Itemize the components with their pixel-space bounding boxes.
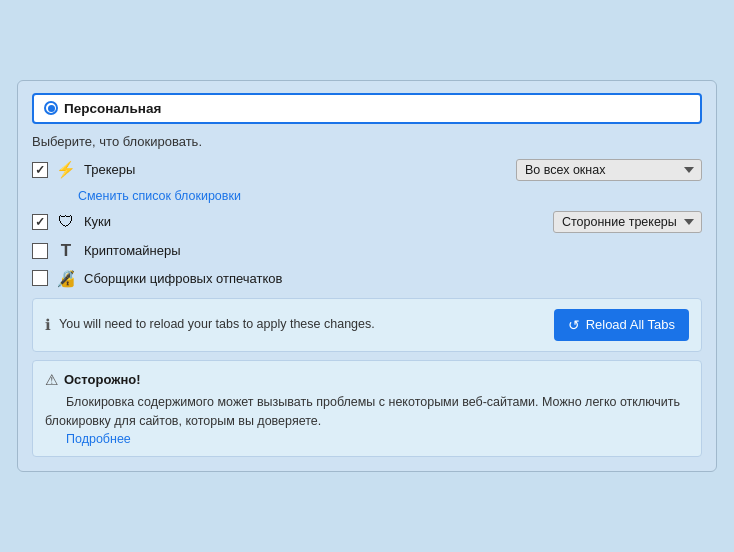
cookies-checkbox[interactable]: [32, 214, 48, 230]
section-title-text: Персональная: [64, 101, 161, 116]
warning-text: Блокировка содержимого может вызывать пр…: [45, 395, 680, 428]
cookies-row: 🛡 Куки Сторонние трекеры Все сторонние В…: [32, 211, 702, 233]
info-icon: ℹ: [45, 316, 51, 334]
info-box-left: ℹ You will need to reload your tabs to a…: [45, 315, 544, 334]
change-list-link[interactable]: Сменить список блокировки: [78, 189, 702, 203]
warning-title-row: ⚠ Осторожно!: [45, 371, 689, 389]
section-title-row: Персональная: [32, 93, 702, 124]
cryptominers-checkbox[interactable]: [32, 243, 48, 259]
warning-box: ⚠ Осторожно! Блокировка содержимого може…: [32, 360, 702, 458]
fingerprinters-checkbox[interactable]: [32, 270, 48, 286]
cookies-icon: 🛡: [56, 213, 76, 231]
trackers-label: Трекеры: [84, 162, 135, 177]
cryptominers-icon: T: [56, 241, 76, 261]
trackers-row: ⚡ Трекеры Во всех окнах Только в приватн…: [32, 159, 702, 181]
cookies-label: Куки: [84, 214, 111, 229]
fingerprinters-icon: 🔏: [56, 269, 76, 288]
warning-title: Осторожно!: [64, 372, 141, 387]
trackers-select-wrap: Во всех окнах Только в приватных окнах: [516, 159, 702, 181]
info-text: You will need to reload your tabs to app…: [59, 315, 375, 334]
reload-icon: ↺: [568, 317, 580, 333]
subtitle: Выберите, что блокировать.: [32, 134, 702, 149]
cookies-left: 🛡 Куки: [32, 213, 111, 231]
cryptominers-row: T Криптомайнеры: [32, 241, 702, 261]
info-box: ℹ You will need to reload your tabs to a…: [32, 298, 702, 352]
cookies-select-wrap: Сторонние трекеры Все сторонние Все куки: [553, 211, 702, 233]
fingerprinters-row: 🔏 Сборщики цифровых отпечатков: [32, 269, 702, 288]
more-link[interactable]: Подробнее: [66, 432, 689, 446]
trackers-select[interactable]: Во всех окнах Только в приватных окнах: [516, 159, 702, 181]
trackers-icon: ⚡: [56, 160, 76, 179]
radio-selected[interactable]: [44, 101, 58, 115]
reload-all-tabs-button[interactable]: ↺ Reload All Tabs: [554, 309, 689, 341]
trackers-checkbox[interactable]: [32, 162, 48, 178]
reload-button-label: Reload All Tabs: [586, 317, 675, 332]
trackers-left: ⚡ Трекеры: [32, 160, 135, 179]
cryptominers-label: Криптомайнеры: [84, 243, 181, 258]
cookies-select[interactable]: Сторонние трекеры Все сторонние Все куки: [553, 211, 702, 233]
main-panel: Персональная Выберите, что блокировать. …: [17, 80, 717, 473]
fingerprinters-label: Сборщики цифровых отпечатков: [84, 271, 282, 286]
warning-icon: ⚠: [45, 371, 58, 389]
